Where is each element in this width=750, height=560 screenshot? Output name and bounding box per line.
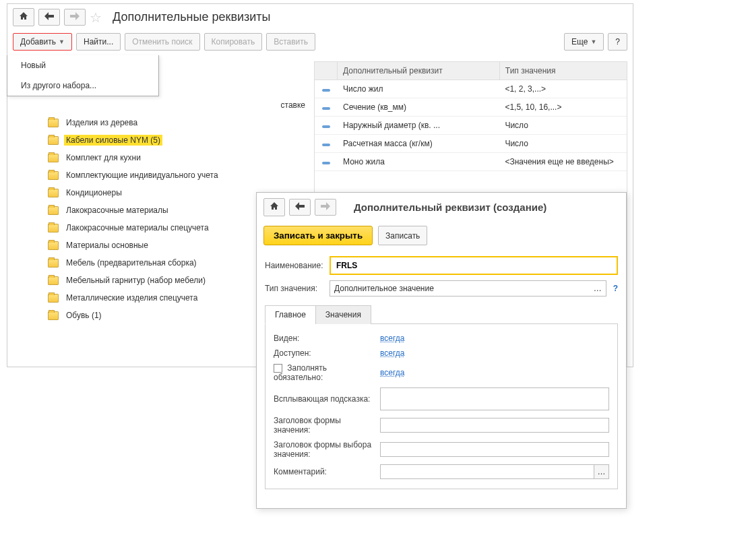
forward-button[interactable] xyxy=(64,9,86,26)
type-value: Дополнительное значение xyxy=(334,284,434,293)
row-name: Расчетная масса (кг/км) xyxy=(338,135,499,152)
attribute-icon xyxy=(322,89,330,92)
sub-home-button[interactable] xyxy=(263,198,285,216)
save-button[interactable]: Записать xyxy=(378,226,427,245)
visible-row: Виден: всегда xyxy=(274,331,609,346)
row-icon-cell xyxy=(315,117,338,134)
value-form-label: Заголовок формы значения: xyxy=(274,416,375,435)
value-form-row: Заголовок формы значения: xyxy=(274,413,609,437)
tree-row[interactable]: Кабели силовые NYM (5) xyxy=(45,131,314,149)
sub-forward-button[interactable] xyxy=(315,199,336,216)
tab-values[interactable]: Значения xyxy=(315,305,371,324)
folder-icon xyxy=(48,311,59,320)
tree-label: Материалы основные xyxy=(64,240,150,251)
row-name: Сечение (кв_мм) xyxy=(338,98,499,116)
value-form-input[interactable] xyxy=(380,418,609,433)
sub-header: Дополнительный реквизит (создание) xyxy=(257,193,626,222)
dropdown-item-from-other[interactable]: Из другого набора... xyxy=(7,75,158,96)
grid-header-name[interactable]: Дополнительный реквизит xyxy=(338,62,500,80)
available-value[interactable]: всегда xyxy=(380,348,404,358)
name-input[interactable] xyxy=(330,256,618,275)
attribute-icon xyxy=(322,144,330,146)
required-label: Заполнять обязательно: xyxy=(274,363,375,382)
tree-label: Лакокрасочные материалы спецучета xyxy=(64,222,211,233)
attribute-icon xyxy=(322,107,330,110)
home-icon xyxy=(270,201,279,213)
folder-icon xyxy=(48,154,59,162)
grid-row[interactable]: Сечение (кв_мм)<1,5, 10, 16,...> xyxy=(315,98,627,117)
tree-label: Кабели силовые NYM (5) xyxy=(64,135,162,146)
required-checkbox[interactable] xyxy=(274,364,282,373)
row-name: Наружный диаметр (кв. ... xyxy=(338,117,499,134)
folder-icon xyxy=(48,206,59,215)
row-icon-cell xyxy=(315,153,338,170)
save-close-button[interactable]: Записать и закрыть xyxy=(263,226,373,245)
chevron-down-icon: ▼ xyxy=(59,38,65,45)
row-type: <1, 2, 3,...> xyxy=(499,80,627,98)
grid-row[interactable]: Наружный диаметр (кв. ...Число xyxy=(315,117,627,135)
add-dropdown: Новый Из другого набора... xyxy=(7,55,159,96)
type-select[interactable]: Дополнительное значение … xyxy=(330,280,606,297)
row-type: <1,5, 10, 16,...> xyxy=(499,98,627,116)
folder-icon xyxy=(48,189,59,197)
tree-label: Комплект для кухни xyxy=(64,152,143,163)
tree-row[interactable]: Комплект для кухни xyxy=(45,149,314,166)
comment-row: Комментарий: … xyxy=(274,462,609,482)
add-button-label: Добавить xyxy=(20,37,56,46)
arrow-right-icon xyxy=(321,202,330,212)
tree-label: ставке xyxy=(279,100,307,111)
folder-icon xyxy=(48,259,59,268)
tooltip-label: Всплывающая подсказка: xyxy=(274,394,375,404)
required-row: Заполнять обязательно: всегда xyxy=(274,361,609,385)
tree-row-truncated[interactable]: ставке xyxy=(21,96,314,114)
comment-expand-button[interactable]: … xyxy=(594,464,609,479)
tree-row[interactable]: Комплектующие индивидуального учета xyxy=(45,166,314,184)
sub-toolbar: Записать и закрыть Записать xyxy=(257,222,626,253)
folder-icon xyxy=(48,294,59,303)
tree-label: Комплектующие индивидуального учета xyxy=(64,170,220,181)
cancel-search-button[interactable]: Отменить поиск xyxy=(125,33,199,51)
grid-row[interactable]: Моно жила<Значения еще не введены> xyxy=(315,153,627,171)
tree-label: Обувь (1) xyxy=(64,310,104,321)
tree-label: Лакокрасочные материалы xyxy=(64,205,170,216)
dropdown-item-new[interactable]: Новый xyxy=(7,55,158,75)
ellipsis-icon: … xyxy=(598,467,606,476)
add-button[interactable]: Добавить ▼ xyxy=(13,33,72,51)
choice-form-label: Заголовок формы выбора значения: xyxy=(274,440,375,459)
choice-form-row: Заголовок формы выбора значения: xyxy=(274,437,609,462)
help-button[interactable]: ? xyxy=(608,33,627,51)
sub-back-button[interactable] xyxy=(289,199,311,216)
back-button[interactable] xyxy=(38,9,60,26)
tab-main[interactable]: Главное xyxy=(265,305,316,324)
comment-label: Комментарий: xyxy=(274,467,375,476)
type-help[interactable]: ? xyxy=(613,284,618,293)
required-value[interactable]: всегда xyxy=(380,368,404,377)
tree-label: Кондиционеры xyxy=(64,187,124,198)
tree-row[interactable]: Изделия из дерева xyxy=(45,114,314,131)
choice-form-input[interactable] xyxy=(380,442,609,457)
row-type: Число xyxy=(499,135,627,152)
paste-button[interactable]: Вставить xyxy=(266,33,315,51)
favorite-icon[interactable]: ☆ xyxy=(90,9,102,26)
comment-input[interactable] xyxy=(380,464,594,479)
find-button[interactable]: Найти... xyxy=(76,33,121,51)
copy-button[interactable]: Копировать xyxy=(204,33,263,51)
available-label: Доступен: xyxy=(274,348,375,358)
home-button[interactable] xyxy=(13,8,34,26)
tree-label: Мебель (предварительная сборка) xyxy=(64,257,199,268)
visible-value[interactable]: всегда xyxy=(380,334,404,343)
main-header: ☆ Дополнительные реквизиты xyxy=(7,4,633,30)
tree-label: Изделия из дерева xyxy=(64,117,139,128)
grid-row[interactable]: Число жил<1, 2, 3,...> xyxy=(315,80,627,98)
home-icon xyxy=(19,11,28,23)
attribute-icon xyxy=(322,162,330,164)
attribute-icon xyxy=(322,125,330,128)
more-button[interactable]: Еще ▼ xyxy=(564,33,604,51)
grid-header-type[interactable]: Тип значения xyxy=(500,62,627,80)
grid-row[interactable]: Расчетная масса (кг/км)Число xyxy=(315,135,627,153)
more-button-label: Еще xyxy=(571,37,588,46)
name-label: Наименование: xyxy=(265,261,325,270)
tooltip-row: Всплывающая подсказка: xyxy=(274,385,609,413)
tooltip-input[interactable] xyxy=(380,387,609,410)
row-icon-cell xyxy=(315,135,338,152)
